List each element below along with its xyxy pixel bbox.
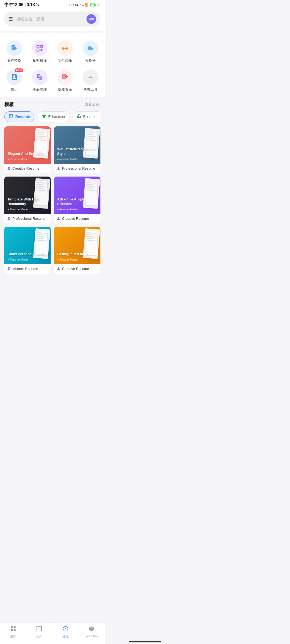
tool-icon-scan xyxy=(32,41,48,56)
tab-label-education: Education xyxy=(48,115,65,119)
card-info-card5: Modern Resume xyxy=(4,264,51,274)
view-all-button[interactable]: 查看全部 › xyxy=(85,102,100,107)
card-user-icon-card1 xyxy=(7,166,11,171)
tool-label-extract-page: 提取页面 xyxy=(58,87,72,92)
card-info-card6: Creative Resume xyxy=(54,264,100,274)
svg-point-23 xyxy=(8,167,10,168)
tools-section: 文档转换拍照扫描文件传输云备份NEW简历页面管理提取页面所有工具 xyxy=(0,33,105,97)
tab-business[interactable]: Business xyxy=(72,111,100,122)
tools-grid: 文档转换拍照扫描文件传输云备份NEW简历页面管理提取页面所有工具 xyxy=(3,38,102,94)
card-user-icon-card4 xyxy=(57,216,60,221)
card-info-card1: Creative Resume xyxy=(4,164,51,173)
card-title-card5: Show Personal Charm xyxy=(8,252,45,257)
tab-resume[interactable]: Resume xyxy=(4,111,34,122)
tool-icon-page-manage xyxy=(32,69,48,85)
templates-section: 模板 查看全部 › ResumeEducationBusinessLetter … xyxy=(0,97,105,298)
tab-icon-education xyxy=(42,114,46,120)
tool-label-all-tools: 所有工具 xyxy=(84,87,97,92)
tool-icon-file-transfer xyxy=(57,41,73,56)
template-card-card6[interactable]: Getting hired faster♦ Resume MasterCreat… xyxy=(54,227,100,274)
tab-label-business: Business xyxy=(83,115,99,119)
card-name-card2: Professional Resume xyxy=(62,166,95,170)
search-bar[interactable]: ☰ 搜索文档、应用 WP xyxy=(4,12,100,27)
tool-label-cloud-backup: 云备份 xyxy=(85,58,96,63)
tool-label-doc-convert: 文档转换 xyxy=(7,58,21,63)
tab-education[interactable]: Education xyxy=(37,111,69,122)
svg-point-15 xyxy=(90,77,91,78)
menu-icon[interactable]: ☰ xyxy=(9,16,13,22)
svg-rect-2 xyxy=(37,45,39,48)
tab-label-resume: Resume xyxy=(15,115,30,119)
card-info-card2: Professional Resume xyxy=(54,164,100,173)
tool-label-file-transfer: 文件传输 xyxy=(58,58,72,63)
svg-point-28 xyxy=(58,267,59,269)
card-user-icon-card6 xyxy=(57,266,60,271)
search-placeholder[interactable]: 搜索文档、应用 xyxy=(16,17,83,22)
card-brand-card2: ♦ Resume Master xyxy=(57,158,97,161)
tool-icon-all-tools xyxy=(83,69,98,85)
chevron-right-icon: › xyxy=(99,103,100,107)
tool-label-resume: 简历 xyxy=(11,87,18,92)
card-title-card1: Elegant And Energetic xyxy=(8,152,45,156)
template-card-card1[interactable]: Elegant And Energetic♦ Resume MasterCrea… xyxy=(4,126,51,173)
tool-item-extract-page[interactable]: 提取页面 xyxy=(53,67,77,94)
card-title-card4: Attractive Purple Effective xyxy=(57,197,97,206)
status-time: 中午12:06 | 0.1K/s xyxy=(4,2,39,8)
card-title-card3: Template With High Readability xyxy=(8,197,48,206)
svg-point-16 xyxy=(91,77,92,78)
svg-rect-3 xyxy=(40,45,43,48)
svg-point-7 xyxy=(13,75,15,77)
tool-item-scan[interactable]: 拍照扫描 xyxy=(28,38,52,65)
card-brand-card6: ♦ Resume Master xyxy=(57,258,89,261)
card-user-icon-card5 xyxy=(7,266,11,271)
card-info-card4: Creative Resume xyxy=(54,214,100,224)
tool-item-resume[interactable]: NEW简历 xyxy=(3,67,26,94)
template-grid: Elegant And Energetic♦ Resume MasterCrea… xyxy=(4,126,100,274)
signal-text: HD! 5G 4G 📶 xyxy=(70,3,89,7)
tool-item-file-transfer[interactable]: 文件传输 xyxy=(53,38,77,65)
card-brand-card4: ♦ Resume Master xyxy=(57,208,97,211)
template-card-card4[interactable]: Attractive Purple Effective♦ Resume Mast… xyxy=(54,177,100,224)
svg-point-24 xyxy=(58,167,59,168)
tool-item-doc-convert[interactable]: 文档转换 xyxy=(3,38,26,65)
svg-point-25 xyxy=(8,217,10,218)
card-name-card5: Modern Resume xyxy=(12,267,38,271)
charging-icon: ⚡ xyxy=(97,3,100,7)
tab-icon-business xyxy=(77,114,82,120)
template-card-card5[interactable]: Show Personal Charm♦ Resume MasterModern… xyxy=(4,227,51,274)
svg-rect-13 xyxy=(63,75,66,79)
section-header: 模板 查看全部 › xyxy=(4,101,100,108)
card-user-icon-card2 xyxy=(57,166,60,171)
svg-point-14 xyxy=(88,77,90,78)
tab-icon-resume xyxy=(9,114,14,120)
card-title-card2: Well-structured Modern Style xyxy=(57,147,97,156)
tool-icon-resume: NEW xyxy=(6,69,22,85)
tool-icon-extract-page xyxy=(57,69,73,85)
user-avatar[interactable]: WP xyxy=(86,14,96,24)
tool-label-page-manage: 页面管理 xyxy=(33,87,47,92)
tool-icon-doc-convert xyxy=(6,41,22,56)
card-title-card6: Getting hired faster xyxy=(57,252,89,257)
tool-item-cloud-backup[interactable]: 云备份 xyxy=(79,38,102,65)
svg-rect-4 xyxy=(37,49,39,51)
status-bar: 中午12:06 | 0.1K/s HD! 5G 4G 📶 100 ⚡ xyxy=(0,0,105,9)
svg-point-26 xyxy=(58,217,59,218)
tool-item-all-tools[interactable]: 所有工具 xyxy=(79,67,102,94)
tool-label-scan: 拍照扫描 xyxy=(33,58,47,63)
card-info-card3: Professional Resume xyxy=(4,214,51,224)
template-card-card3[interactable]: Template With High Readability♦ Resume M… xyxy=(4,177,51,224)
card-brand-card1: ♦ Resume Master xyxy=(8,158,45,161)
template-card-card2[interactable]: Well-structured Modern Style♦ Resume Mas… xyxy=(54,126,100,173)
battery-indicator: 100 xyxy=(90,3,96,6)
new-badge: NEW xyxy=(15,68,23,72)
card-brand-card3: ♦ Resume Master xyxy=(8,208,48,211)
section-title: 模板 xyxy=(4,101,14,108)
status-indicators: HD! 5G 4G 📶 100 ⚡ xyxy=(70,3,100,7)
svg-point-27 xyxy=(8,267,10,269)
tool-icon-cloud-backup xyxy=(83,41,98,56)
card-brand-card5: ♦ Resume Master xyxy=(8,258,45,261)
category-tabs: ResumeEducationBusinessLetter xyxy=(4,111,100,122)
svg-rect-1 xyxy=(12,46,15,50)
tool-item-page-manage[interactable]: 页面管理 xyxy=(28,67,52,94)
card-name-card3: Professional Resume xyxy=(12,217,46,221)
